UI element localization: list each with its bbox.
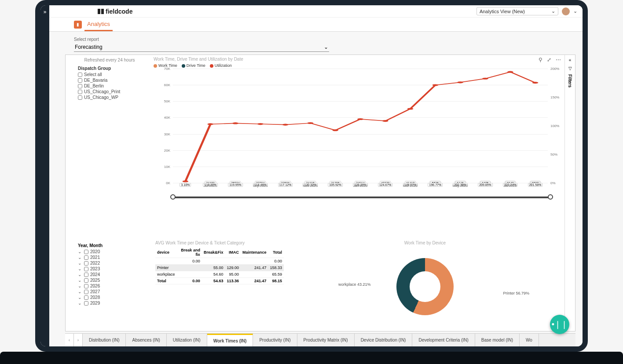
help-fab[interactable]: •❘❘ (550, 315, 569, 334)
chevron-down-icon[interactable]: ⌄ (573, 8, 577, 14)
year-option[interactable]: ⌄2021 (69, 255, 150, 260)
nav-collapse-rail[interactable]: » (40, 5, 49, 346)
year-option[interactable]: ⌄2025 (69, 277, 150, 283)
year-month-title: Year, Month (78, 243, 150, 248)
svg-point-14 (532, 82, 539, 84)
module-tab-bar: ▮ Analytics (49, 18, 583, 32)
year-option[interactable]: ⌄2022 (69, 260, 150, 266)
report-tab[interactable]: Productivity (IN) (253, 334, 297, 346)
checkbox[interactable] (84, 278, 88, 283)
checkbox[interactable] (84, 290, 88, 294)
slider-handle-left[interactable] (170, 194, 176, 200)
module-tab-analytics[interactable]: Analytics (84, 18, 113, 31)
collapse-filters-icon[interactable]: « (569, 58, 572, 62)
checkbox[interactable] (78, 90, 82, 94)
checkbox[interactable] (78, 84, 82, 88)
slider-handle-right[interactable] (548, 194, 553, 200)
dispatch-option[interactable]: Select all (69, 72, 150, 77)
table-row[interactable]: 0.000.00 (155, 258, 284, 265)
year-option[interactable]: ⌄2024 (69, 272, 150, 277)
year-option[interactable]: ⌄2027 (69, 289, 150, 295)
svg-point-9 (407, 108, 414, 109)
chevron-down-icon: ⌄ (551, 8, 555, 14)
report-tab[interactable]: Wo (520, 334, 539, 346)
report-tab[interactable]: Work Times (IN) (207, 334, 253, 346)
brand-icon (98, 9, 104, 14)
checkbox[interactable] (84, 250, 88, 254)
svg-point-5 (308, 122, 314, 124)
chevron-down-icon: ⌄ (78, 249, 81, 254)
select-report-label: Select report (74, 37, 558, 42)
chevron-down-icon: ⌄ (324, 44, 328, 50)
chevron-down-icon: ⌄ (78, 261, 81, 266)
svg-point-10 (432, 84, 439, 86)
view-selector[interactable]: Analytics View (New)⌄ (476, 7, 558, 15)
dispatch-option[interactable]: DE_Berlin (69, 83, 150, 89)
svg-point-6 (332, 129, 338, 131)
dispatch-option[interactable]: US_Chicago_Print (69, 89, 150, 95)
checkbox[interactable] (84, 284, 88, 288)
chevron-right-icon: » (44, 9, 47, 15)
svg-point-12 (482, 78, 488, 80)
checkbox[interactable] (84, 273, 88, 277)
chevron-down-icon: ⌄ (78, 278, 81, 283)
checkbox[interactable] (84, 295, 88, 300)
svg-point-0 (183, 180, 189, 182)
donut-label-printer: Printer 56.79% (503, 291, 529, 295)
chevron-down-icon: ⌄ (78, 301, 81, 306)
svg-point-2 (232, 122, 238, 124)
report-tab[interactable]: Base model (IN) (475, 334, 520, 346)
chat-icon: •❘❘ (552, 320, 568, 329)
donut-chart (396, 258, 454, 315)
analytics-icon: ▮ (74, 21, 82, 29)
filters-panel-label[interactable]: Filters (568, 74, 572, 87)
report-tab[interactable]: Development Criteria (IN) (412, 334, 475, 346)
tabs-scroll-left[interactable]: ‹ (65, 334, 74, 346)
report-select[interactable]: Forecasting⌄ (74, 43, 329, 52)
donut-title: Work Time by Device (299, 240, 551, 245)
svg-point-7 (357, 118, 363, 120)
checkbox[interactable] (84, 261, 88, 266)
time-range-slider[interactable] (173, 194, 550, 200)
brand-logo: fieldcode (98, 8, 132, 15)
dispatch-option[interactable]: US_Chicago_WP (69, 95, 150, 100)
report-tab[interactable]: Productivity Matrix (IN) (297, 334, 355, 346)
combo-chart: 0K10K20K30K40K50K60K70K 0%50%100%150%200… (162, 69, 561, 192)
chevron-down-icon: ⌄ (78, 284, 81, 288)
table-row[interactable]: Total0.0054.63113.36241.4798.15 (155, 278, 284, 284)
dispatch-option[interactable]: DE_Bavaria (69, 77, 150, 83)
year-option[interactable]: ⌄2026 (69, 283, 150, 289)
year-option[interactable]: ⌄2029 (69, 300, 150, 306)
svg-point-8 (382, 120, 388, 122)
checkbox[interactable] (84, 301, 88, 306)
year-option[interactable]: ⌄2020 (69, 249, 150, 255)
report-tab[interactable]: Distribution (IN) (83, 334, 126, 346)
chevron-down-icon: ⌄ (78, 295, 81, 300)
checkbox[interactable] (78, 95, 82, 100)
svg-point-11 (457, 81, 463, 83)
year-option[interactable]: ⌄2028 (69, 295, 150, 300)
table-row[interactable]: workplace54.6095.0065.59 (155, 271, 284, 278)
svg-point-4 (282, 124, 289, 126)
chevron-down-icon: ⌄ (78, 289, 81, 294)
avatar[interactable] (562, 7, 570, 15)
checkbox[interactable] (84, 267, 88, 271)
top-bar: fieldcode Analytics View (New)⌄ ⌄ (49, 5, 583, 18)
avg-table[interactable]: deviceBreak and fixBreak&FixIMACMaintena… (155, 247, 284, 284)
tabs-scroll-right[interactable]: › (74, 334, 83, 346)
report-tab[interactable]: Absences (IN) (126, 334, 166, 346)
filter-icon[interactable]: ⚲ (539, 57, 542, 63)
svg-point-13 (507, 71, 513, 73)
more-icon[interactable]: ⋯ (556, 57, 561, 63)
checkbox[interactable] (78, 73, 82, 77)
checkbox[interactable] (84, 255, 88, 260)
report-tab[interactable]: Device Distribution (IN) (355, 334, 413, 346)
checkbox[interactable] (78, 78, 82, 83)
year-option[interactable]: ⌄2023 (69, 266, 150, 272)
chevron-down-icon: ⌄ (78, 255, 81, 260)
focus-mode-icon[interactable]: ⤢ (547, 57, 551, 63)
table-row[interactable]: Printer55.00129.00241.47158.33 (155, 265, 284, 271)
report-tab[interactable]: Utilization (IN) (167, 334, 207, 346)
chevron-down-icon: ⌄ (78, 272, 81, 277)
filter-outline-icon[interactable]: ▽ (568, 66, 572, 71)
